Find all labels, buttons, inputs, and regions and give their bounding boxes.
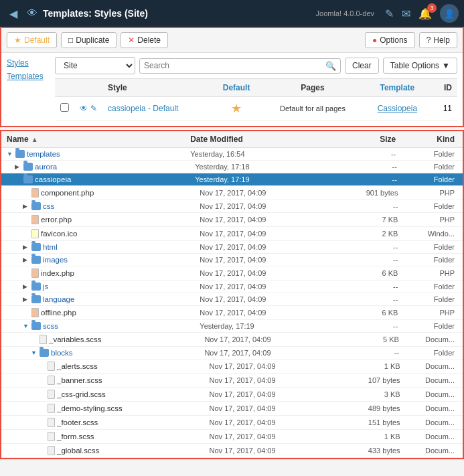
tree-toggle-icon[interactable]: ▶ <box>23 203 29 210</box>
file-row[interactable]: ▶cssNov 17, 2017, 04:09--Folder <box>1 200 463 213</box>
search-button[interactable]: 🔍 <box>325 61 336 71</box>
search-input[interactable] <box>144 61 325 70</box>
file-row[interactable]: ▶jsNov 17, 2017, 04:09--Folder <box>1 281 463 293</box>
file-size: -- <box>327 243 398 251</box>
file-name[interactable]: blocks <box>51 349 73 357</box>
col-size-header: Size <box>323 135 396 144</box>
tree-toggle-icon[interactable]: ▼ <box>7 151 13 157</box>
delete-button[interactable]: ✕ Delete <box>121 32 168 48</box>
table-row: 👁 ✎ cassiopeia - Default ★ Default for a… <box>55 97 457 121</box>
tree-toggle-icon[interactable]: ▶ <box>23 244 29 250</box>
file-name[interactable]: _global.scss <box>57 447 99 455</box>
file-size: 6 KB <box>327 309 398 317</box>
mail-icon[interactable]: ✉ <box>402 7 410 20</box>
options-button[interactable]: ● Options <box>365 32 415 48</box>
tree-toggle-icon[interactable]: ▶ <box>15 163 21 170</box>
file-date: Nov 17, 2017, 04:09 <box>210 432 332 441</box>
file-size: -- <box>327 202 398 210</box>
edit-icon[interactable]: ✎ <box>385 7 394 20</box>
file-name[interactable]: aurora <box>35 163 57 171</box>
file-row[interactable]: ▼scssYesterday, 17:19--Folder <box>1 320 463 333</box>
back-button[interactable]: ◀ <box>5 5 21 23</box>
file-row[interactable]: _global.scssNov 17, 2017, 04:09433 bytes… <box>1 444 463 458</box>
row-checkbox[interactable] <box>60 103 69 112</box>
file-row[interactable]: _form.scssNov 17, 2017, 04:091 KBDocum..… <box>1 430 463 444</box>
file-row[interactable]: ▼cassiopeiaYesterday, 17:19--Folder <box>1 173 463 186</box>
file-name[interactable]: images <box>43 256 68 264</box>
file-name[interactable]: html <box>43 243 58 251</box>
tree-toggle-icon[interactable]: ▼ <box>31 349 37 356</box>
site-select[interactable]: Site <box>55 57 135 74</box>
file-name[interactable]: error.php <box>41 216 72 224</box>
col-name-header[interactable]: Name ▲ <box>7 135 190 144</box>
file-name[interactable]: cassiopeia <box>35 175 71 183</box>
file-row[interactable]: index.phpNov 17, 2017, 04:096 KBPHP <box>1 266 463 281</box>
file-size: -- <box>325 175 397 183</box>
file-row[interactable]: _variables.scssNov 17, 2017, 04:095 KBDo… <box>1 333 463 347</box>
file-kind: Docum... <box>400 404 457 412</box>
file-size: 151 bytes <box>332 418 400 426</box>
styles-table: Style Default Pages Template ID 👁 ✎ <box>55 78 457 121</box>
col-default-header[interactable]: Default <box>211 79 262 97</box>
file-name[interactable]: _footer.scss <box>57 418 98 426</box>
file-row[interactable]: ▶imagesNov 17, 2017, 04:09--Folder <box>1 254 463 266</box>
tree-toggle-icon[interactable]: ▼ <box>23 323 29 329</box>
template-link[interactable]: Cassiopeia <box>378 104 417 113</box>
file-name[interactable]: index.php <box>41 269 74 277</box>
col-template-header[interactable]: Template <box>364 79 431 97</box>
file-name[interactable]: templates <box>27 150 60 158</box>
file-row[interactable]: _demo-styling.scssNov 17, 2017, 04:09489… <box>1 402 463 416</box>
file-name[interactable]: favicon.ico <box>41 230 77 238</box>
file-name[interactable]: js <box>43 283 48 291</box>
file-date: Nov 17, 2017, 04:09 <box>210 418 332 426</box>
file-name[interactable]: component.php <box>41 189 94 197</box>
file-date: Nov 17, 2017, 04:09 <box>200 243 327 251</box>
file-name[interactable]: _variables.scss <box>49 335 102 343</box>
tree-toggle-icon[interactable]: ▶ <box>23 283 29 290</box>
file-name[interactable]: language <box>43 295 74 303</box>
bell-icon[interactable]: 🔔 3 <box>418 7 432 20</box>
help-button[interactable]: ? Help <box>419 32 457 48</box>
file-row[interactable]: component.phpNov 17, 2017, 04:09901 byte… <box>1 186 463 200</box>
file-name[interactable]: _banner.scss <box>57 376 102 384</box>
nav-templates[interactable]: Templates <box>7 70 47 82</box>
file-row[interactable]: _css-grid.scssNov 17, 2017, 04:093 KBDoc… <box>1 388 463 402</box>
file-row[interactable]: error.phpNov 17, 2017, 04:097 KBPHP <box>1 213 463 227</box>
file-row[interactable]: offline.phpNov 17, 2017, 04:096 KBPHP <box>1 306 463 320</box>
tree-toggle-icon[interactable]: ▶ <box>23 256 29 263</box>
file-row[interactable]: _alerts.scssNov 17, 2017, 04:091 KBDocum… <box>1 360 463 374</box>
file-row[interactable]: _footer.scssNov 17, 2017, 04:09151 bytes… <box>1 416 463 430</box>
eye-icon[interactable]: 👁 <box>27 7 37 19</box>
file-name[interactable]: scss <box>43 322 58 330</box>
tree-toggle-icon[interactable]: ▼ <box>15 176 21 183</box>
file-row[interactable]: ▶languageNov 17, 2017, 04:09--Folder <box>1 293 463 306</box>
file-name[interactable]: offline.php <box>41 309 76 317</box>
clear-button[interactable]: Clear <box>345 58 379 74</box>
file-row[interactable]: ▼blocksNov 17, 2017, 04:09--Folder <box>1 347 463 360</box>
row-edit-icon[interactable]: ✎ <box>90 104 97 113</box>
file-name[interactable]: _css-grid.scss <box>57 390 106 398</box>
file-date: Nov 17, 2017, 04:09 <box>210 376 332 384</box>
file-date: Nov 17, 2017, 04:09 <box>204 335 329 343</box>
file-name[interactable]: _alerts.scss <box>57 362 98 370</box>
folder-icon <box>31 283 41 291</box>
file-kind: Docum... <box>400 432 457 441</box>
row-eye-icon[interactable]: 👁 <box>80 104 88 113</box>
file-row[interactable]: ▼templatesYesterday, 16:54--Folder <box>1 148 463 161</box>
file-name[interactable]: _form.scss <box>57 432 94 441</box>
table-options-button[interactable]: Table Options ▼ <box>383 58 457 74</box>
tree-toggle-icon[interactable]: ▶ <box>23 296 29 303</box>
file-row[interactable]: favicon.icoNov 17, 2017, 04:092 KBWindo.… <box>1 227 463 241</box>
file-name[interactable]: _demo-styling.scss <box>57 404 123 412</box>
file-row[interactable]: ▶htmlNov 17, 2017, 04:09--Folder <box>1 241 463 254</box>
nav-styles[interactable]: Styles <box>7 57 47 69</box>
style-name-link[interactable]: cassiopeia - Default <box>108 104 178 113</box>
file-date: Nov 17, 2017, 04:09 <box>200 295 327 303</box>
duplicate-button[interactable]: □ Duplicate <box>61 32 117 48</box>
file-row[interactable]: ▶auroraYesterday, 17:18--Folder <box>1 161 463 173</box>
file-name[interactable]: css <box>43 202 54 210</box>
file-date: Nov 17, 2017, 04:09 <box>200 256 327 264</box>
user-avatar[interactable]: 👤 <box>440 4 459 23</box>
file-row[interactable]: _banner.scssNov 17, 2017, 04:09107 bytes… <box>1 374 463 388</box>
default-button[interactable]: ★ Default <box>7 32 57 48</box>
